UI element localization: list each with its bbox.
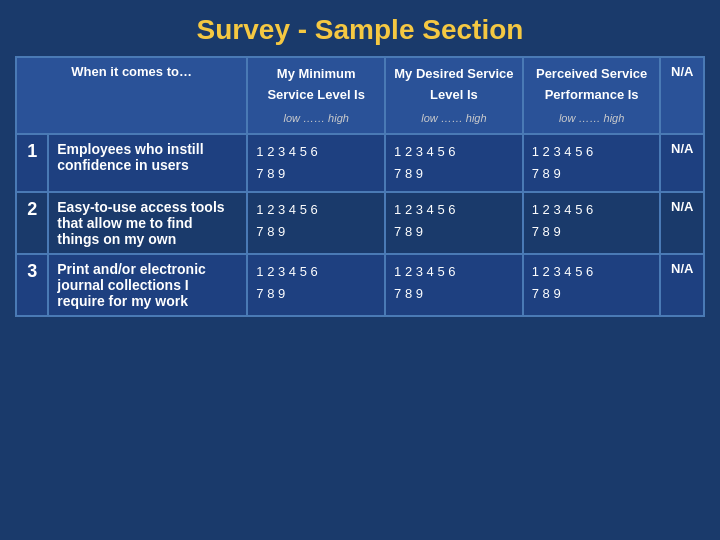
- row-na: N/A: [660, 134, 704, 192]
- row-scale-desired: 1 2 3 4 5 67 8 9: [385, 254, 523, 316]
- row-question: Print and/or electronic journal collecti…: [48, 254, 247, 316]
- row-scale-perceived: 1 2 3 4 5 67 8 9: [523, 254, 661, 316]
- row-na: N/A: [660, 192, 704, 254]
- row-scale-perceived: 1 2 3 4 5 67 8 9: [523, 192, 661, 254]
- row-scale-min: 1 2 3 4 5 67 8 9: [247, 192, 385, 254]
- header-when: When it comes to…: [16, 57, 247, 134]
- row-question: Easy-to-use access tools that allow me t…: [48, 192, 247, 254]
- row-scale-min: 1 2 3 4 5 67 8 9: [247, 254, 385, 316]
- header-min-service: My Minimum Service Level Is low …… high: [247, 57, 385, 134]
- page-title: Survey - Sample Section: [0, 0, 720, 56]
- row-number: 3: [16, 254, 48, 316]
- table-header-row: When it comes to… My Minimum Service Lev…: [16, 57, 704, 134]
- header-perceived-service: Perceived Service Performance Is low …… …: [523, 57, 661, 134]
- table-row: 1Employees who instill confidence in use…: [16, 134, 704, 192]
- row-number: 2: [16, 192, 48, 254]
- survey-table: When it comes to… My Minimum Service Lev…: [15, 56, 705, 317]
- row-na: N/A: [660, 254, 704, 316]
- row-scale-min: 1 2 3 4 5 67 8 9: [247, 134, 385, 192]
- row-scale-desired: 1 2 3 4 5 67 8 9: [385, 192, 523, 254]
- table-row: 3Print and/or electronic journal collect…: [16, 254, 704, 316]
- row-question: Employees who instill confidence in user…: [48, 134, 247, 192]
- table-body: 1Employees who instill confidence in use…: [16, 134, 704, 316]
- row-scale-perceived: 1 2 3 4 5 67 8 9: [523, 134, 661, 192]
- header-na: N/A: [660, 57, 704, 134]
- row-number: 1: [16, 134, 48, 192]
- header-desired-service: My Desired Service Level Is low …… high: [385, 57, 523, 134]
- table-row: 2Easy-to-use access tools that allow me …: [16, 192, 704, 254]
- row-scale-desired: 1 2 3 4 5 67 8 9: [385, 134, 523, 192]
